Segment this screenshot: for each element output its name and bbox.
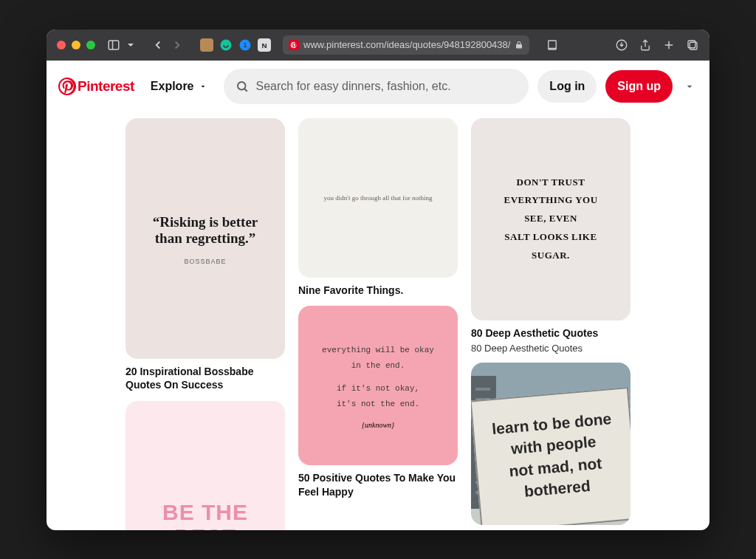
svg-text:N: N (261, 41, 267, 49)
pin-title: 80 Deep Aesthetic Quotes (471, 326, 630, 340)
quote-text: everything will be okay in the end. if i… (322, 343, 434, 412)
browser-toolbar: 1 N www.pinterest.com/ideas/quotes/94819… (47, 30, 709, 61)
pin-card[interactable]: everything will be okay in the end. if i… (298, 306, 458, 499)
chevron-down-icon (199, 82, 207, 91)
pin-image: “Risking is better than regretting.” BOS… (126, 118, 285, 359)
grid-column: “Risking is better than regretting.” BOS… (126, 118, 285, 530)
pin-card[interactable]: learn to be done with people not mad, no… (471, 363, 630, 525)
notion-icon[interactable]: N (258, 38, 271, 52)
pinterest-header: Pinterest Explore Log in Sign up (47, 61, 709, 112)
pin-image: Don't trust everything you see, even sal… (471, 118, 630, 320)
search-input[interactable] (256, 80, 518, 93)
svg-point-14 (238, 82, 246, 90)
onepassword-icon[interactable]: 1 (238, 38, 252, 52)
tabs-overview-icon[interactable] (686, 38, 699, 52)
new-tab-icon[interactable] (662, 38, 676, 52)
back-button[interactable] (151, 38, 165, 52)
more-menu-button[interactable] (681, 78, 698, 95)
pin-title: 20 Inspirational Bossbabe Quotes On Succ… (126, 365, 285, 393)
explore-button[interactable]: Explore (143, 80, 215, 93)
maximize-window-button[interactable] (86, 41, 95, 49)
quote-credit: BOSSBABE (184, 258, 226, 265)
address-bar[interactable]: www.pinterest.com/ideas/quotes/948192800… (283, 35, 529, 55)
pin-title: Nine Favorite Things. (298, 284, 458, 298)
pinterest-favicon (289, 40, 299, 50)
minimize-window-button[interactable] (72, 41, 80, 49)
search-icon (236, 80, 249, 93)
traffic-lights (57, 41, 95, 49)
pin-image: everything will be okay in the end. if i… (298, 306, 458, 465)
svg-rect-12 (688, 41, 695, 48)
grid-column: Don't trust everything you see, even sal… (471, 118, 630, 530)
browser-window: 1 N www.pinterest.com/ideas/quotes/94819… (47, 30, 709, 530)
reader-mode-icon[interactable] (546, 38, 559, 52)
quote-text: BE THE BEST (140, 500, 270, 529)
pin-card[interactable]: BE THE BEST (126, 401, 285, 529)
svg-rect-11 (690, 42, 697, 49)
signup-button[interactable]: Sign up (605, 70, 673, 103)
grammarly-icon[interactable] (219, 38, 233, 52)
pin-subtitle: 80 Deep Aesthetic Quotes (471, 343, 630, 354)
quote-text: Don't trust everything you see, even sal… (504, 174, 597, 264)
svg-line-15 (244, 89, 247, 92)
brand-text: Pinterest (78, 78, 134, 95)
svg-rect-0 (109, 41, 119, 49)
extension-icon-1[interactable] (200, 38, 213, 52)
sidebar-icon[interactable] (107, 38, 120, 52)
pin-title: 50 Positive Quotes To Make You Feel Happ… (298, 471, 458, 499)
pin-grid: “Risking is better than regretting.” BOS… (47, 112, 709, 530)
close-window-button[interactable] (57, 41, 66, 49)
pin-card[interactable]: you didn't go through all that for nothi… (298, 118, 458, 298)
pin-card[interactable]: “Risking is better than regretting.” BOS… (126, 118, 285, 393)
pin-image: learn to be done with people not mad, no… (471, 363, 630, 525)
explore-label: Explore (151, 80, 194, 93)
svg-text:1: 1 (244, 42, 247, 49)
share-icon[interactable] (639, 38, 652, 52)
pinterest-logo[interactable]: Pinterest (58, 78, 134, 95)
downloads-icon[interactable] (615, 38, 628, 52)
grid-column: you didn't go through all that for nothi… (298, 118, 458, 530)
forward-button[interactable] (171, 38, 184, 52)
pin-image: BE THE BEST (126, 401, 285, 529)
search-bar[interactable] (224, 69, 529, 104)
url-text: www.pinterest.com/ideas/quotes/948192800… (303, 39, 510, 50)
pinterest-icon (58, 78, 76, 95)
lock-icon (515, 41, 523, 49)
login-button[interactable]: Log in (537, 70, 597, 103)
quote-text: “Risking is better than regretting.” (140, 214, 270, 248)
quote-text: you didn't go through all that for nothi… (324, 194, 433, 202)
chevron-down-icon (684, 80, 695, 92)
pin-card[interactable]: Don't trust everything you see, even sal… (471, 118, 630, 354)
pin-image: you didn't go through all that for nothi… (298, 118, 458, 278)
toolbar-dropdown-icon[interactable] (126, 38, 135, 52)
svg-point-2 (221, 39, 232, 50)
quote-text: learn to be done with people not mad, no… (471, 387, 630, 525)
quote-credit: {unknown} (362, 421, 394, 429)
